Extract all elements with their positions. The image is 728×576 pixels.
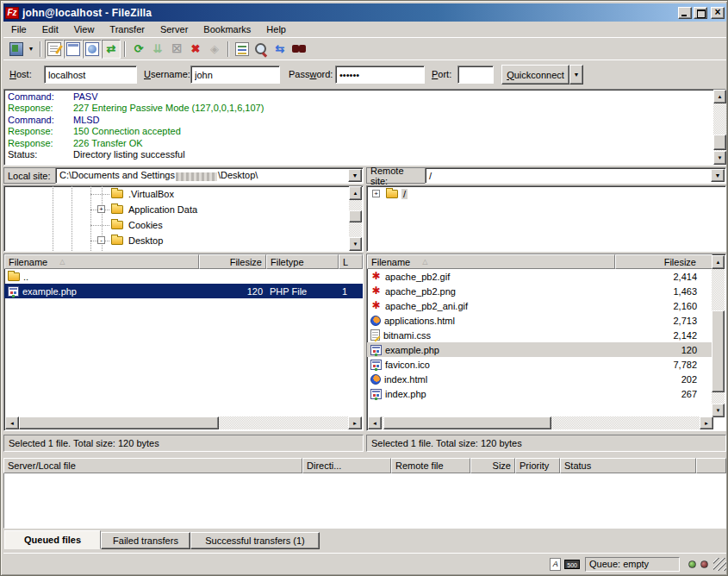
scroll-thumb[interactable] xyxy=(19,416,219,429)
local-path-combo[interactable]: C:\Documents and Settings\Desktop\ ▼ xyxy=(55,167,364,184)
username-input[interactable] xyxy=(190,66,280,84)
toggle-log-button[interactable] xyxy=(45,40,64,59)
scroll-up-button[interactable] xyxy=(713,90,726,103)
remote-path-dropdown[interactable]: ▼ xyxy=(711,169,725,182)
file-row[interactable]: index.php 267 xyxy=(367,386,712,401)
speed-limit-icon[interactable]: 500 xyxy=(564,560,580,569)
scroll-down-button[interactable] xyxy=(713,151,726,165)
scroll-thumb[interactable] xyxy=(349,210,362,222)
tree-item-cookies[interactable]: Cookies xyxy=(4,217,363,233)
title-bar[interactable]: Fz john@localhost - FileZilla xyxy=(3,3,726,22)
refresh-button[interactable]: ⟳ xyxy=(129,40,148,59)
scroll-right-button[interactable] xyxy=(348,416,362,429)
local-path-dropdown[interactable]: ▼ xyxy=(348,169,362,182)
remote-list-vscrollbar[interactable] xyxy=(712,255,725,417)
file-row-selected[interactable]: example.php 120 xyxy=(367,342,712,357)
menu-file[interactable]: File xyxy=(3,22,34,36)
maximize-button[interactable] xyxy=(694,7,707,19)
log-scrollbar[interactable] xyxy=(713,90,726,165)
minimize-button[interactable] xyxy=(678,7,692,19)
tab-queued-files[interactable]: Queued files xyxy=(4,530,101,549)
tree-item-application-data[interactable]: + Application Data xyxy=(4,202,363,217)
file-row[interactable]: apache_pb2.gif 2,414 xyxy=(367,269,712,284)
remote-list-hscrollbar[interactable] xyxy=(368,416,713,429)
scroll-down-button[interactable] xyxy=(349,237,362,251)
file-row[interactable]: bitnami.css 2,142 xyxy=(367,328,712,342)
local-list-hscrollbar[interactable] xyxy=(5,416,362,429)
tab-failed-transfers[interactable]: Failed transfers xyxy=(101,532,190,549)
tree-item-virtualbox[interactable]: .VirtualBox xyxy=(4,186,363,202)
queue-list[interactable] xyxy=(3,473,726,529)
quickconnect-dropdown[interactable]: ▼ xyxy=(569,65,583,85)
menu-bookmarks[interactable]: Bookmarks xyxy=(196,22,258,36)
menu-transfer[interactable]: Transfer xyxy=(102,22,152,36)
column-last-modified[interactable]: L xyxy=(339,254,363,269)
password-input[interactable] xyxy=(335,66,425,84)
data-type-icon: A xyxy=(550,558,561,571)
scroll-up-button[interactable] xyxy=(712,255,725,269)
expand-icon[interactable]: + xyxy=(97,205,105,213)
column-remote-file[interactable]: Remote file xyxy=(391,458,470,473)
remote-path-combo[interactable]: / ▼ xyxy=(425,167,726,184)
column-filetype[interactable]: Filetype xyxy=(266,254,339,269)
disconnect-button[interactable]: ✖ xyxy=(186,40,205,59)
column-filename[interactable]: Filename xyxy=(367,254,615,269)
scroll-up-button[interactable] xyxy=(349,186,362,200)
toggle-local-tree-button[interactable] xyxy=(64,40,83,59)
tree-item-root[interactable]: + / xyxy=(367,186,725,202)
file-row[interactable]: apache_pb2.png 1,463 xyxy=(367,284,712,298)
menu-help[interactable]: Help xyxy=(258,22,294,36)
file-row-parent-dir[interactable]: .. xyxy=(4,269,363,284)
column-status[interactable]: Status xyxy=(560,458,696,473)
cancel-operation-button[interactable]: ☒ xyxy=(167,40,186,59)
expand-icon[interactable]: + xyxy=(372,190,380,197)
synchronized-browsing-button[interactable]: ⇆ xyxy=(271,40,289,59)
file-row-example-php[interactable]: example.php 120 PHP File 1 xyxy=(4,284,363,298)
toggle-queue-button[interactable]: ⇄ xyxy=(102,40,121,59)
site-manager-dropdown[interactable]: ▼ xyxy=(26,40,36,59)
column-priority[interactable]: Priority xyxy=(515,458,560,473)
local-path: C:\Documents and Settings\Desktop\ xyxy=(59,170,258,180)
scroll-right-button[interactable] xyxy=(700,416,713,429)
column-filename[interactable]: Filename xyxy=(4,254,199,269)
scroll-left-button[interactable] xyxy=(5,416,19,429)
resize-grip[interactable] xyxy=(713,558,726,571)
tree-item-desktop[interactable]: - Desktop xyxy=(4,233,363,248)
local-tree-scrollbar[interactable] xyxy=(349,186,362,251)
scroll-thumb[interactable] xyxy=(383,416,551,429)
tab-successful-transfers[interactable]: Successful transfers (1) xyxy=(190,532,320,549)
column-direction[interactable]: Directi... xyxy=(302,458,391,473)
find-files-button[interactable] xyxy=(289,40,308,59)
quickconnect-button[interactable]: Quickconnect xyxy=(501,65,569,85)
password-label: Password: xyxy=(289,69,333,79)
filter-button[interactable] xyxy=(233,40,252,59)
file-row[interactable]: index.html 202 xyxy=(367,372,712,386)
column-server-local-file[interactable]: Server/Local file xyxy=(3,458,302,473)
directory-comparison-button[interactable] xyxy=(252,40,271,59)
menu-bar: File Edit View Transfer Server Bookmarks… xyxy=(3,22,726,37)
scroll-thumb[interactable] xyxy=(712,310,725,392)
log-line: Response:226 Transfer OK xyxy=(8,138,725,149)
menu-view[interactable]: View xyxy=(66,22,103,36)
collapse-icon[interactable]: - xyxy=(97,236,105,244)
scroll-thumb[interactable] xyxy=(713,135,726,150)
scroll-left-button[interactable] xyxy=(368,416,382,429)
remote-site-label: Remote site: xyxy=(366,167,425,184)
port-input[interactable] xyxy=(457,66,494,84)
menu-server[interactable]: Server xyxy=(152,22,196,36)
folder-icon xyxy=(386,190,398,198)
file-row[interactable]: apache_pb2_ani.gif 2,160 xyxy=(367,298,712,313)
site-manager-button[interactable] xyxy=(7,40,26,59)
host-input[interactable] xyxy=(44,66,137,84)
clear-queue-button[interactable]: ◈ xyxy=(205,40,224,59)
toggle-remote-tree-button[interactable] xyxy=(83,40,102,59)
column-filesize[interactable]: Filesize xyxy=(199,254,266,269)
column-size[interactable]: Size xyxy=(470,458,515,473)
menu-edit[interactable]: Edit xyxy=(34,22,66,36)
close-button[interactable] xyxy=(711,7,725,19)
column-filesize[interactable]: Filesize xyxy=(615,254,712,269)
process-queue-button[interactable]: ⇊ xyxy=(148,40,167,59)
scroll-down-button[interactable] xyxy=(712,404,725,417)
file-row[interactable]: applications.html 2,713 xyxy=(367,313,712,328)
file-row[interactable]: favicon.ico 7,782 xyxy=(367,357,712,372)
